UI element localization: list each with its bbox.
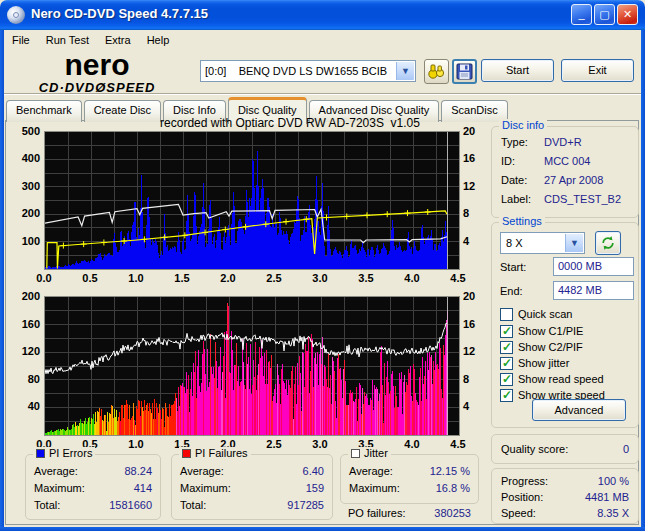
- y-axis-tick-left: 500: [12, 125, 40, 137]
- x-axis-tick: 2.0: [216, 272, 240, 284]
- scan-end-label: End:: [500, 285, 523, 297]
- pi-failures-average: 6.40: [303, 465, 324, 477]
- window-titlebar[interactable]: Nero CD-DVD Speed 4.7.7.15 _ ▢ ✕: [0, 0, 645, 30]
- pi-errors-total: 1581660: [109, 499, 152, 511]
- y-axis-tick-left: 160: [12, 318, 40, 330]
- progress-label: Progress:: [501, 475, 548, 487]
- nero-logo: nero CD·DVDØSPEED: [12, 50, 182, 94]
- quality-score-box: Quality score: 0: [491, 434, 639, 464]
- speed-select-dropdown[interactable]: 8 X ▼: [500, 232, 585, 254]
- y-axis-tick-left: 200: [12, 207, 40, 219]
- position-label: Position:: [501, 491, 543, 503]
- checkbox-box[interactable]: [500, 373, 513, 386]
- y-axis-tick-left: 100: [12, 235, 40, 247]
- y-axis-tick-right: 4: [463, 235, 487, 247]
- x-axis-tick: 3.0: [308, 438, 332, 450]
- x-axis-tick: 1.0: [124, 272, 148, 284]
- window-title: Nero CD-DVD Speed 4.7.7.15: [31, 6, 208, 21]
- start-button[interactable]: Start: [481, 59, 554, 82]
- x-axis-tick: 3.0: [308, 272, 332, 284]
- x-axis-tick: 1.5: [170, 272, 194, 284]
- pi-failures-chart: [44, 296, 460, 436]
- quality-score-value: 0: [623, 443, 629, 455]
- scan-start-field[interactable]: 0000 MB: [553, 257, 634, 276]
- pi-errors-caption: PI Errors: [33, 447, 95, 459]
- x-axis-tick: 2.5: [262, 438, 286, 450]
- quality-score-label: Quality score:: [501, 443, 568, 455]
- scan-start-label: Start:: [500, 261, 526, 273]
- jitter-caption: Jitter: [348, 447, 391, 459]
- pi-failures-maximum: 159: [306, 482, 324, 494]
- menu-run-test[interactable]: Run Test: [38, 32, 97, 48]
- chart-recorded-with-label: recorded with Optiarc DVD RW AD-7203S v1…: [120, 116, 460, 130]
- y-axis-tick-right: 8: [463, 373, 487, 385]
- advanced-button[interactable]: Advanced: [532, 399, 626, 421]
- chevron-down-icon[interactable]: ▼: [396, 62, 414, 80]
- chevron-down-icon[interactable]: ▼: [565, 234, 583, 252]
- binoculars-icon: [425, 60, 448, 83]
- position-value: 4481 MB: [585, 491, 629, 503]
- progress-value: 100 %: [598, 475, 629, 487]
- jitter-maximum: 16.8 %: [436, 482, 470, 494]
- x-axis-tick: 0.5: [78, 272, 102, 284]
- x-axis-tick: 0.0: [32, 272, 56, 284]
- disc-date-label: Date:: [501, 174, 527, 186]
- window-border-bottom: [0, 527, 645, 531]
- scan-end-field[interactable]: 4482 MB: [553, 281, 634, 300]
- app-cd-icon: [7, 6, 25, 24]
- menu-bar: File Run Test Extra Help: [4, 31, 641, 49]
- pi-errors-maximum: 414: [134, 482, 152, 494]
- menu-extra[interactable]: Extra: [97, 32, 139, 48]
- eject-tools-button[interactable]: [424, 59, 449, 84]
- y-axis-tick-left: 120: [12, 345, 40, 357]
- y-axis-tick-right: 4: [463, 400, 487, 412]
- menu-help[interactable]: Help: [139, 32, 178, 48]
- x-axis-tick: 2.5: [262, 272, 286, 284]
- y-axis-tick-right: 16: [463, 318, 487, 330]
- y-axis-tick-left: 400: [12, 152, 40, 164]
- speed-value: 8.35 X: [597, 507, 629, 519]
- y-axis-tick-right: 12: [463, 345, 487, 357]
- blue-square-icon: [36, 449, 45, 458]
- disc-id-label: ID:: [501, 155, 515, 167]
- window-border-left: [0, 30, 4, 527]
- maximize-button[interactable]: ▢: [594, 4, 615, 25]
- disc-info-caption: Disc info: [499, 119, 547, 131]
- pi-failures-stats-box: PI Failures Average: 6.40 Maximum: 159 T…: [171, 454, 333, 520]
- checkbox-box[interactable]: [500, 308, 513, 321]
- drive-select-dropdown[interactable]: [0:0] BENQ DVD LS DW1655 BCIB ▼: [200, 60, 416, 82]
- x-axis-tick: 4.5: [446, 438, 470, 450]
- x-axis-tick: 4.0: [400, 272, 424, 284]
- checkbox-box[interactable]: [500, 341, 513, 354]
- pi-errors-stats-box: PI Errors Average: 88.24 Maximum: 414 To…: [25, 454, 161, 520]
- close-button[interactable]: ✕: [617, 4, 638, 25]
- y-axis-tick-right: 20: [463, 290, 487, 302]
- refresh-drive-button[interactable]: [595, 231, 621, 255]
- refresh-icon: [600, 235, 616, 251]
- settings-caption: Settings: [499, 215, 545, 227]
- tab-benchmark[interactable]: Benchmark: [6, 100, 82, 122]
- save-results-button[interactable]: [452, 59, 477, 84]
- po-failures-value: 380253: [400, 507, 471, 519]
- checkbox-box[interactable]: [500, 389, 513, 402]
- x-axis-tick: 3.5: [354, 272, 378, 284]
- x-axis-tick: 1.0: [124, 438, 148, 450]
- y-axis-tick-left: 40: [12, 400, 40, 412]
- y-axis-tick-right: 20: [463, 125, 487, 137]
- x-axis-tick: 4.0: [400, 438, 424, 450]
- exit-button[interactable]: Exit: [561, 59, 634, 82]
- speed-label: Speed:: [501, 507, 536, 519]
- disc-label-value: CDS_TEST_B2: [544, 193, 621, 205]
- y-axis-tick-left: 200: [12, 290, 40, 302]
- pi-errors-average: 88.24: [124, 465, 152, 477]
- red-square-icon: [182, 449, 191, 458]
- y-axis-tick-left: 300: [12, 180, 40, 192]
- menu-file[interactable]: File: [4, 32, 38, 48]
- minimize-button[interactable]: _: [571, 4, 592, 25]
- x-axis-tick: 4.5: [446, 272, 470, 284]
- y-axis-tick-right: 16: [463, 152, 487, 164]
- checkbox-box[interactable]: [500, 357, 513, 370]
- white-square-icon: [351, 449, 360, 458]
- checkbox-box[interactable]: [500, 325, 513, 338]
- disc-id-value: MCC 004: [544, 155, 590, 167]
